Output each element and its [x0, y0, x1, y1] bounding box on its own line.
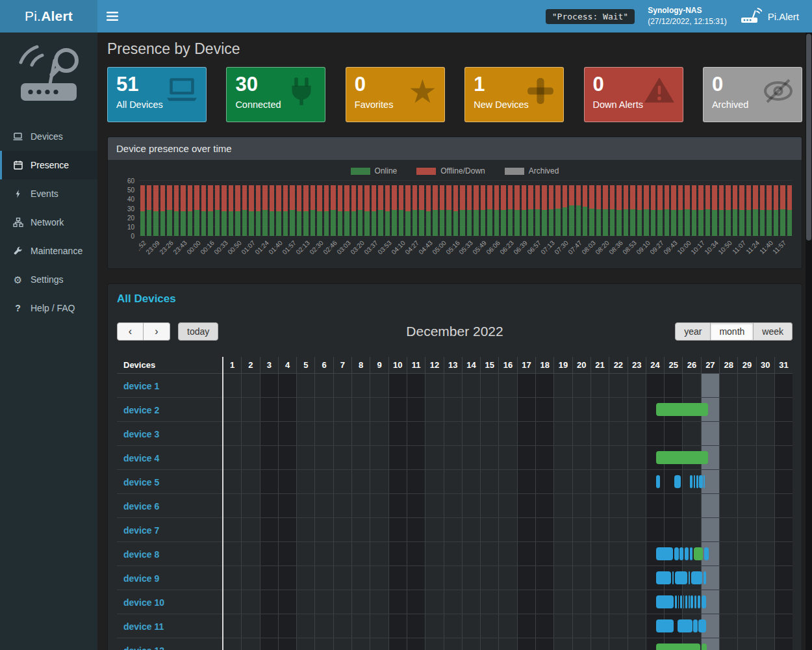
x-axis-cell: 03:20: [357, 236, 364, 267]
x-axis-cell: 03:37: [370, 236, 377, 267]
online-segment: [229, 211, 233, 236]
presence-bar[interactable]: [685, 595, 687, 608]
presence-bar[interactable]: [656, 451, 708, 464]
online-segment: [494, 210, 499, 236]
week-view-button[interactable]: week: [754, 322, 793, 341]
device-link-device-5[interactable]: device 5: [123, 477, 159, 488]
presence-bar[interactable]: [691, 595, 693, 608]
presence-lane-device-2: [223, 398, 793, 422]
device-link-device-8[interactable]: device 8: [123, 549, 159, 560]
device-link-device-3[interactable]: device 3: [123, 429, 159, 439]
presence-bar[interactable]: [689, 571, 690, 584]
presence-bar[interactable]: [675, 571, 688, 584]
stat-card-archived[interactable]: 0Archived: [703, 67, 802, 122]
offline-segment: [167, 185, 171, 210]
page-scrollbar[interactable]: [806, 32, 812, 650]
presence-bar[interactable]: [656, 595, 674, 608]
online-segment: [508, 209, 513, 236]
presence-bar[interactable]: [691, 571, 702, 584]
device-link-device-9[interactable]: device 9: [123, 573, 159, 584]
presence-bar[interactable]: [656, 475, 660, 488]
scrollbar-thumb[interactable]: [806, 34, 811, 240]
online-segment: [739, 210, 744, 236]
next-button[interactable]: ›: [144, 322, 170, 341]
plug-icon: [285, 75, 318, 110]
presence-bar[interactable]: [672, 571, 674, 584]
star-icon: ★: [408, 75, 437, 108]
navbar-brand-right[interactable]: Pi.Alert: [740, 7, 803, 26]
presence-bar[interactable]: [704, 547, 708, 560]
presence-bar[interactable]: [704, 571, 707, 584]
presence-bar[interactable]: [698, 619, 705, 632]
device-link-device-6[interactable]: device 6: [123, 501, 159, 512]
chart-bar: [446, 181, 452, 236]
presence-bar[interactable]: [683, 595, 685, 608]
year-view-button[interactable]: year: [675, 322, 711, 341]
presence-bar[interactable]: [674, 475, 681, 488]
chart-bar: [452, 181, 459, 236]
stat-card-new-devices[interactable]: 1New Devices: [464, 67, 564, 122]
online-segment: [481, 210, 485, 236]
presence-bar[interactable]: [656, 571, 671, 584]
presence-bar[interactable]: [656, 644, 700, 650]
sidebar-item-settings[interactable]: ⚙Settings: [0, 265, 97, 294]
device-link-device-1[interactable]: device 1: [123, 381, 159, 391]
y-axis-tick: 60: [127, 177, 134, 185]
online-segment: [583, 207, 587, 236]
stat-card-connected[interactable]: 30Connected: [226, 67, 325, 122]
presence-bar[interactable]: [656, 619, 674, 632]
presence-lane-device-9: [223, 566, 793, 590]
presence-bar[interactable]: [685, 547, 689, 560]
presence-bar[interactable]: [696, 475, 698, 488]
presence-bar[interactable]: [699, 475, 702, 488]
online-segment: [616, 210, 621, 236]
presence-bar[interactable]: [690, 475, 692, 488]
presence-bar[interactable]: [694, 475, 695, 488]
presence-bar[interactable]: [674, 547, 678, 560]
presence-bar[interactable]: [680, 595, 682, 608]
presence-bar[interactable]: [702, 595, 706, 608]
stat-card-down-alerts[interactable]: 0Down Alerts: [584, 67, 683, 122]
presence-bar[interactable]: [698, 595, 700, 608]
brand-logo[interactable]: Pi.Alert: [0, 0, 97, 32]
presence-bar[interactable]: [702, 644, 706, 650]
sidebar-item-help-faq[interactable]: ?Help / FAQ: [0, 294, 97, 322]
stat-card-favorites[interactable]: 0Favorites★: [346, 67, 445, 122]
presence-bar[interactable]: [678, 619, 692, 632]
device-link-device-2[interactable]: device 2: [123, 405, 159, 415]
sidebar-item-network[interactable]: Network: [0, 208, 97, 237]
presence-bar[interactable]: [656, 403, 708, 416]
presence-bar[interactable]: [694, 547, 703, 560]
device-link-device-7[interactable]: device 7: [123, 525, 159, 536]
presence-bar[interactable]: [694, 595, 696, 608]
wrench-icon: [12, 246, 24, 256]
sidebar-item-maintenance[interactable]: Maintenance: [0, 237, 97, 265]
presence-bar[interactable]: [693, 619, 697, 632]
offline-segment: [555, 185, 560, 208]
offline-segment: [644, 185, 648, 209]
today-button[interactable]: today: [178, 322, 218, 341]
sidebar-item-events[interactable]: Events: [0, 179, 97, 208]
month-view-button[interactable]: month: [711, 322, 754, 341]
presence-bar[interactable]: [704, 475, 705, 488]
presence-bar[interactable]: [656, 547, 673, 560]
sidebar-item-presence[interactable]: Presence: [0, 151, 97, 179]
presence-bar[interactable]: [678, 595, 679, 608]
hamburger-menu-icon[interactable]: [107, 12, 118, 21]
prev-button[interactable]: ‹: [117, 322, 144, 341]
device-link-device-12[interactable]: device 12: [123, 645, 164, 650]
offline-segment: [774, 185, 778, 210]
presence-bar[interactable]: [689, 595, 690, 608]
presence-bar[interactable]: [690, 547, 692, 560]
chart-bar: [684, 181, 691, 236]
device-link-device-4[interactable]: device 4: [123, 453, 159, 463]
device-link-device-10[interactable]: device 10: [123, 597, 164, 608]
presence-bar[interactable]: [675, 595, 677, 608]
online-segment: [671, 210, 676, 236]
presence-bar[interactable]: [679, 547, 683, 560]
online-segment: [467, 210, 472, 236]
sidebar-item-devices[interactable]: Devices: [0, 122, 97, 151]
chart-bar: [643, 181, 650, 236]
device-link-device-11[interactable]: device 11: [123, 621, 164, 632]
stat-card-all-devices[interactable]: 51All Devices: [107, 67, 207, 122]
